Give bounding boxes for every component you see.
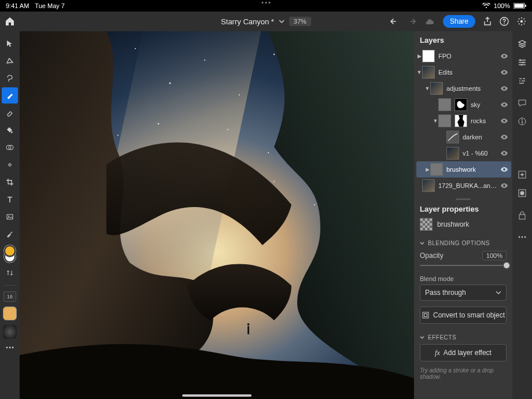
disclosure-down-icon[interactable]: ▼ (424, 86, 430, 91)
settings-gear-icon[interactable] (517, 17, 526, 26)
more-tools-button[interactable] (2, 339, 18, 356)
eyedropper-tool[interactable] (2, 226, 18, 242)
visibility-eye-icon[interactable] (500, 118, 509, 124)
layers-icon[interactable] (514, 36, 530, 52)
undo-button[interactable] (390, 17, 399, 25)
export-icon[interactable] (483, 17, 492, 26)
blending-options-header[interactable]: BLENDING OPTIONS (414, 235, 512, 250)
brush-color-preview[interactable] (3, 306, 17, 320)
svg-rect-42 (423, 312, 428, 318)
svg-point-40 (247, 323, 250, 326)
disclosure-down-icon[interactable]: ▼ (433, 118, 438, 124)
layers-list: ▶ FPO ▼ Edits ▼ adj (414, 48, 512, 196)
cloud-sync-icon[interactable] (424, 18, 435, 25)
svg-point-11 (12, 347, 14, 349)
ipad-multitask-dots[interactable] (262, 2, 271, 3)
svg-point-55 (522, 237, 523, 238)
brush-tool[interactable] (2, 87, 18, 104)
fill-tool[interactable] (2, 122, 18, 138)
disclosure-right-icon[interactable]: ▶ (424, 167, 430, 172)
visibility-eye-icon[interactable] (500, 150, 509, 156)
layer-row[interactable]: darken (416, 129, 511, 145)
visibility-eye-icon[interactable] (500, 53, 509, 59)
disclosure-down-icon[interactable]: ▼ (416, 69, 422, 75)
adjustments-icon[interactable] (514, 73, 530, 89)
svg-point-29 (268, 152, 269, 153)
properties-icon[interactable] (514, 54, 530, 71)
add-layer-icon[interactable] (514, 167, 530, 183)
selected-layer-preview: brushwork (414, 217, 512, 235)
svg-point-4 (520, 20, 523, 23)
adjustment-tool[interactable] (2, 139, 18, 156)
type-tool[interactable] (2, 191, 18, 208)
fx-icon: fx (435, 349, 440, 357)
effects-hint: Try adding a stroke or a drop shadow. (414, 367, 512, 385)
opacity-slider[interactable] (420, 260, 507, 271)
visibility-eye-icon[interactable] (500, 69, 509, 75)
svg-point-38 (314, 204, 315, 205)
layer-row[interactable]: v1 - %60 (416, 145, 511, 161)
help-icon[interactable] (500, 17, 509, 26)
layer-label: 1729_BURKA...anced-NR33 (438, 182, 500, 189)
lasso-tool[interactable] (2, 70, 18, 86)
visibility-eye-icon[interactable] (500, 102, 509, 108)
layer-row[interactable]: sky (416, 97, 511, 113)
place-image-tool[interactable] (2, 209, 18, 225)
svg-rect-1 (515, 4, 524, 8)
visibility-eye-icon[interactable] (500, 86, 509, 91)
mask-icon[interactable] (514, 185, 530, 201)
move-tool[interactable] (2, 35, 18, 51)
effects-header[interactable]: EFFECTS (414, 330, 512, 344)
svg-rect-53 (519, 215, 525, 219)
svg-point-46 (521, 64, 523, 66)
svg-point-49 (522, 119, 523, 120)
share-button[interactable]: Share (443, 15, 475, 28)
blend-mode-select[interactable]: Pass through (420, 285, 507, 301)
svg-point-18 (204, 60, 205, 61)
redo-button[interactable] (407, 17, 416, 25)
foreground-color-swatch[interactable] (4, 245, 16, 257)
eraser-tool[interactable] (2, 105, 18, 121)
canvas[interactable] (20, 31, 414, 399)
layer-row[interactable]: ▶ brushwork (416, 161, 511, 178)
chevron-down-icon[interactable] (279, 19, 285, 24)
more-icon[interactable] (514, 229, 530, 245)
comments-icon[interactable] (514, 95, 530, 111)
disclosure-right-icon[interactable]: ▶ (416, 53, 422, 59)
info-icon[interactable] (514, 113, 530, 130)
layer-row[interactable]: ▶ FPO (416, 48, 511, 64)
svg-point-26 (158, 123, 160, 125)
zoom-level[interactable]: 37% (289, 17, 311, 26)
healing-tool[interactable] (2, 157, 18, 173)
battery-percent: 100% (494, 2, 510, 9)
layer-properties-title: Layer properties (414, 201, 512, 217)
right-mini-rail (512, 31, 532, 399)
transform-tool[interactable] (2, 53, 18, 69)
brush-tip-preview[interactable] (3, 325, 17, 339)
home-button[interactable] (0, 16, 20, 27)
svg-rect-39 (247, 326, 249, 334)
convert-smart-object-button[interactable]: Convert to smart object (420, 306, 507, 324)
crop-tool[interactable] (2, 174, 18, 190)
svg-point-37 (274, 181, 275, 182)
panel-resize-grip[interactable] (456, 198, 471, 200)
app-top-bar: Starry Canyon * 37% Share (0, 12, 532, 31)
tool-rail: 16 (0, 31, 20, 399)
document-title[interactable]: Starry Canyon * (221, 17, 274, 26)
opacity-value[interactable]: 100% (482, 251, 507, 260)
layer-row[interactable]: ▼ rocks (416, 113, 511, 129)
swap-colors-button[interactable] (2, 265, 18, 281)
main-area: 16 (0, 31, 532, 399)
add-layer-effect-button[interactable]: fx Add layer effect (420, 344, 507, 361)
brush-size-value[interactable]: 16 (3, 291, 16, 302)
layer-row[interactable]: 1729_BURKA...anced-NR33 (416, 178, 511, 194)
ipad-home-indicator[interactable] (182, 394, 252, 397)
visibility-eye-icon[interactable] (500, 134, 509, 140)
svg-rect-43 (424, 314, 427, 317)
visibility-eye-icon[interactable] (500, 167, 509, 172)
visibility-eye-icon[interactable] (500, 183, 509, 189)
layers-panel-title: Layers (414, 31, 512, 48)
layer-row[interactable]: ▼ adjustments (416, 80, 511, 97)
layer-row[interactable]: ▼ Edits (416, 64, 511, 80)
lock-icon[interactable] (514, 207, 530, 223)
